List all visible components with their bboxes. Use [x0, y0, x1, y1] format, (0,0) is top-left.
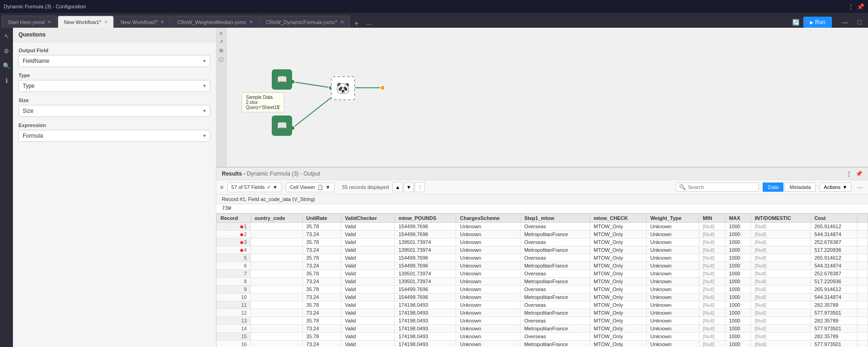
- table-cell: Unknown: [646, 333, 699, 341]
- table-cell: 1000: [725, 286, 751, 293]
- data-table-wrapper[interactable]: Record ountry_code UnitRate ValidChecker…: [216, 213, 868, 347]
- workflow-node-panda[interactable]: 🐼: [331, 76, 355, 100]
- table-cell: 16: [217, 341, 251, 347]
- canvas-tool-arrow[interactable]: ↗: [219, 39, 223, 45]
- sort-up-button[interactable]: ▲: [392, 182, 403, 192]
- table-cell: Unknown: [646, 246, 699, 254]
- tab-new-workflow1[interactable]: New Workflow1* ✕: [58, 16, 114, 28]
- more-tabs-button[interactable]: ···: [362, 20, 375, 28]
- table-cell: Unknown: [456, 293, 520, 301]
- table-cell: Valid: [341, 286, 395, 293]
- sort-more-button[interactable]: ⋮: [415, 182, 425, 192]
- add-tab-button[interactable]: +: [351, 19, 362, 28]
- table-row[interactable]: 873.24Valid139501.73974UnknownMetropolit…: [217, 278, 868, 286]
- actions-button[interactable]: Actions ▼: [819, 183, 851, 192]
- sidebar-icon-search[interactable]: 🔍: [2, 61, 11, 70]
- table-cell: MetropolitanFrance: [520, 262, 590, 270]
- table-row[interactable]: 335.78Valid139501.73974UnknownOverseasMT…: [217, 238, 868, 246]
- table-cell: [Null]: [751, 325, 810, 333]
- table-cell: Valid: [341, 246, 395, 254]
- close-icon[interactable]: ✕: [160, 19, 164, 24]
- cell-viewer-button[interactable]: Cell Viewer 📋 ▼: [286, 183, 335, 192]
- table-cell: 577.973501: [810, 325, 857, 333]
- tab-crew-weighted[interactable]: CReW_WeightedMedian.yxmc ✕: [171, 16, 259, 28]
- tab-start-here[interactable]: Start Here.yxmd ✕: [2, 16, 57, 28]
- table-row[interactable]: 1073.24Valid154499.7696UnknownMetropolit…: [217, 293, 868, 301]
- sidebar-icon-info[interactable]: ℹ: [2, 76, 11, 85]
- more-options-button[interactable]: ···: [855, 183, 864, 191]
- table-cell: 1000: [725, 238, 751, 246]
- col-mtow-check: mtow_CHECK: [590, 214, 646, 223]
- table-cell: 544.314874: [810, 231, 857, 238]
- table-cell: [251, 309, 302, 317]
- table-row[interactable]: 273.24Valid154499.7696UnknownMetropolita…: [217, 231, 868, 238]
- table-cell: 252.678387: [810, 238, 857, 246]
- workflow-node-input2[interactable]: 📖: [272, 116, 292, 136]
- type-field-group: Type Type: [18, 73, 210, 92]
- table-cell: [251, 238, 302, 246]
- table-row[interactable]: 1135.78Valid174198.0493UnknownOverseasMT…: [217, 301, 868, 309]
- refresh-icon[interactable]: 🔄: [792, 19, 800, 26]
- table-cell: 154499.7696: [395, 231, 456, 238]
- size-select[interactable]: Size: [18, 105, 210, 117]
- table-cell: Valid: [341, 301, 395, 309]
- canvas-tool-list[interactable]: ≡: [220, 30, 222, 36]
- data-tab-button[interactable]: Data: [763, 183, 783, 192]
- table-row[interactable]: 935.78Valid154499.7696UnknownOverseasMTO…: [217, 286, 868, 293]
- table-row[interactable]: 1473.24Valid174198.0493UnknownMetropolit…: [217, 325, 868, 333]
- pin-icon[interactable]: 📌: [857, 3, 864, 10]
- fields-button[interactable]: 57 of 57 Fields ✓ ▼: [227, 183, 282, 192]
- results-menu-icon[interactable]: ⋮: [846, 170, 852, 177]
- table-row[interactable]: 673.24Valid154499.7696UnknownMetropolita…: [217, 262, 868, 270]
- table-cell: 282.35789: [810, 333, 857, 341]
- close-icon[interactable]: ✕: [249, 19, 253, 24]
- minimize-button[interactable]: —: [839, 18, 851, 27]
- kebab-icon[interactable]: ⋮: [848, 3, 854, 10]
- table-cell: Unknown: [456, 270, 520, 278]
- table-cell: [Null]: [751, 262, 810, 270]
- table-cell: MetropolitanFrance: [520, 293, 590, 301]
- run-button[interactable]: ▶ Run: [803, 17, 832, 28]
- table-row[interactable]: 735.78Valid139501.73974UnknownOverseasMT…: [217, 270, 868, 278]
- canvas-tool-info[interactable]: ⓘ: [219, 56, 224, 63]
- results-pin-icon[interactable]: 📌: [856, 170, 862, 177]
- table-cell: 1000: [725, 262, 751, 270]
- table-cell: [Null]: [751, 278, 810, 286]
- table-cell: Unknown: [646, 317, 699, 325]
- tab-crew-dynamic[interactable]: CReW_DynamicFormula.yxmc* ✕: [260, 16, 350, 28]
- type-select[interactable]: Type: [18, 80, 210, 92]
- table-row[interactable]: 1273.24Valid174198.0493UnknownMetropolit…: [217, 309, 868, 317]
- table-cell: 1000: [725, 301, 751, 309]
- output-field-select[interactable]: FieldName: [18, 55, 210, 67]
- list-view-icon[interactable]: ≡: [220, 184, 224, 191]
- table-cell: 154499.7696: [395, 262, 456, 270]
- table-cell-extra: [857, 309, 868, 317]
- sort-down-button[interactable]: ▼: [403, 182, 414, 192]
- table-cell: MetropolitanFrance: [520, 278, 590, 286]
- table-cell: Valid: [341, 317, 395, 325]
- table-row[interactable]: 535.78Valid154499.7696UnknownOverseasMTO…: [217, 254, 868, 262]
- table-row[interactable]: 473.24Valid139501.73974UnknownMetropolit…: [217, 246, 868, 254]
- table-row[interactable]: 135.78Valid154499.7696UnknownOverseasMTO…: [217, 223, 868, 231]
- search-input[interactable]: [688, 184, 756, 190]
- size-label: Size: [18, 97, 210, 103]
- workflow-node-input1[interactable]: 📖: [272, 69, 292, 90]
- canvas-tool-grid[interactable]: ⊞: [219, 48, 223, 54]
- tab-new-workflow2[interactable]: New Workflow2* ✕: [115, 16, 171, 28]
- maximize-button[interactable]: □: [855, 18, 864, 27]
- close-icon[interactable]: ✕: [47, 19, 51, 24]
- svg-point-6: [380, 85, 385, 90]
- table-cell: MTOW_Only: [590, 293, 646, 301]
- close-icon[interactable]: ✕: [104, 19, 108, 24]
- table-cell: [Null]: [751, 293, 810, 301]
- table-cell: 174198.0493: [395, 333, 456, 341]
- table-row[interactable]: 1335.78Valid174198.0493UnknownOverseasMT…: [217, 317, 868, 325]
- table-cell: MTOW_Only: [590, 246, 646, 254]
- sidebar-icon-cursor[interactable]: ↖: [2, 31, 11, 41]
- expression-select[interactable]: Formula: [18, 130, 210, 142]
- table-row[interactable]: 1673.24Valid174198.0493UnknownMetropolit…: [217, 341, 868, 347]
- metadata-tab-button[interactable]: Metadata: [784, 183, 816, 192]
- close-icon[interactable]: ✕: [340, 19, 344, 24]
- sidebar-icon-tools[interactable]: ⚙: [2, 46, 11, 55]
- table-row[interactable]: 1535.78Valid174198.0493UnknownOverseasMT…: [217, 333, 868, 341]
